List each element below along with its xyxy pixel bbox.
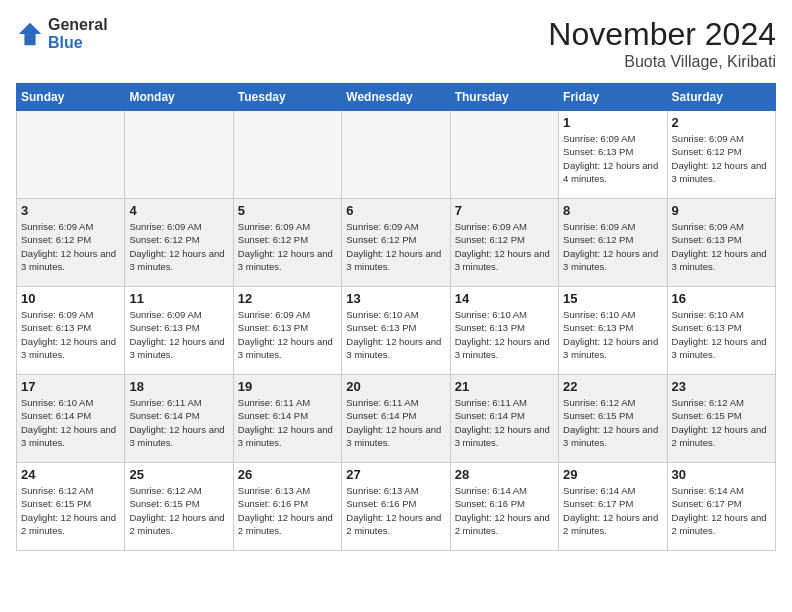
day-info: Sunrise: 6:09 AMSunset: 6:12 PMDaylight:… [129, 220, 228, 273]
calendar-day-cell [342, 111, 450, 199]
day-number: 4 [129, 203, 228, 218]
calendar-day-cell: 21Sunrise: 6:11 AMSunset: 6:14 PMDayligh… [450, 375, 558, 463]
svg-marker-0 [19, 22, 41, 44]
day-info: Sunrise: 6:11 AMSunset: 6:14 PMDaylight:… [129, 396, 228, 449]
calendar-day-cell: 9Sunrise: 6:09 AMSunset: 6:13 PMDaylight… [667, 199, 775, 287]
day-number: 7 [455, 203, 554, 218]
day-number: 13 [346, 291, 445, 306]
day-number: 28 [455, 467, 554, 482]
day-number: 30 [672, 467, 771, 482]
calendar-day-cell [233, 111, 341, 199]
day-number: 21 [455, 379, 554, 394]
location-title: Buota Village, Kiribati [548, 53, 776, 71]
day-number: 2 [672, 115, 771, 130]
calendar-day-cell: 6Sunrise: 6:09 AMSunset: 6:12 PMDaylight… [342, 199, 450, 287]
day-number: 24 [21, 467, 120, 482]
calendar-day-cell [17, 111, 125, 199]
calendar-day-cell: 1Sunrise: 6:09 AMSunset: 6:13 PMDaylight… [559, 111, 667, 199]
calendar-day-cell: 12Sunrise: 6:09 AMSunset: 6:13 PMDayligh… [233, 287, 341, 375]
calendar-day-cell: 16Sunrise: 6:10 AMSunset: 6:13 PMDayligh… [667, 287, 775, 375]
day-number: 29 [563, 467, 662, 482]
day-info: Sunrise: 6:09 AMSunset: 6:12 PMDaylight:… [21, 220, 120, 273]
weekday-header: Sunday [17, 84, 125, 111]
day-info: Sunrise: 6:10 AMSunset: 6:13 PMDaylight:… [346, 308, 445, 361]
day-info: Sunrise: 6:09 AMSunset: 6:12 PMDaylight:… [672, 132, 771, 185]
calendar-week-row: 3Sunrise: 6:09 AMSunset: 6:12 PMDaylight… [17, 199, 776, 287]
day-number: 25 [129, 467, 228, 482]
day-info: Sunrise: 6:12 AMSunset: 6:15 PMDaylight:… [563, 396, 662, 449]
calendar-week-row: 17Sunrise: 6:10 AMSunset: 6:14 PMDayligh… [17, 375, 776, 463]
day-info: Sunrise: 6:09 AMSunset: 6:13 PMDaylight:… [563, 132, 662, 185]
month-title: November 2024 [548, 16, 776, 53]
day-number: 18 [129, 379, 228, 394]
day-info: Sunrise: 6:13 AMSunset: 6:16 PMDaylight:… [238, 484, 337, 537]
weekday-header: Wednesday [342, 84, 450, 111]
calendar-day-cell: 18Sunrise: 6:11 AMSunset: 6:14 PMDayligh… [125, 375, 233, 463]
day-info: Sunrise: 6:12 AMSunset: 6:15 PMDaylight:… [21, 484, 120, 537]
day-info: Sunrise: 6:11 AMSunset: 6:14 PMDaylight:… [455, 396, 554, 449]
calendar-day-cell: 29Sunrise: 6:14 AMSunset: 6:17 PMDayligh… [559, 463, 667, 551]
weekday-header: Saturday [667, 84, 775, 111]
day-number: 20 [346, 379, 445, 394]
day-number: 11 [129, 291, 228, 306]
calendar-day-cell [450, 111, 558, 199]
calendar-day-cell: 24Sunrise: 6:12 AMSunset: 6:15 PMDayligh… [17, 463, 125, 551]
logo-general: General [48, 16, 108, 34]
day-number: 23 [672, 379, 771, 394]
day-info: Sunrise: 6:09 AMSunset: 6:13 PMDaylight:… [672, 220, 771, 273]
calendar-day-cell: 28Sunrise: 6:14 AMSunset: 6:16 PMDayligh… [450, 463, 558, 551]
day-info: Sunrise: 6:14 AMSunset: 6:17 PMDaylight:… [563, 484, 662, 537]
day-number: 1 [563, 115, 662, 130]
day-number: 8 [563, 203, 662, 218]
day-info: Sunrise: 6:09 AMSunset: 6:12 PMDaylight:… [563, 220, 662, 273]
page-header: General Blue November 2024 Buota Village… [16, 16, 776, 71]
logo: General Blue [16, 16, 108, 51]
day-number: 16 [672, 291, 771, 306]
title-block: November 2024 Buota Village, Kiribati [548, 16, 776, 71]
day-info: Sunrise: 6:10 AMSunset: 6:14 PMDaylight:… [21, 396, 120, 449]
calendar-day-cell: 19Sunrise: 6:11 AMSunset: 6:14 PMDayligh… [233, 375, 341, 463]
day-info: Sunrise: 6:11 AMSunset: 6:14 PMDaylight:… [346, 396, 445, 449]
calendar-day-cell: 8Sunrise: 6:09 AMSunset: 6:12 PMDaylight… [559, 199, 667, 287]
calendar-day-cell: 27Sunrise: 6:13 AMSunset: 6:16 PMDayligh… [342, 463, 450, 551]
calendar-header-row: SundayMondayTuesdayWednesdayThursdayFrid… [17, 84, 776, 111]
day-info: Sunrise: 6:13 AMSunset: 6:16 PMDaylight:… [346, 484, 445, 537]
day-number: 17 [21, 379, 120, 394]
calendar-week-row: 24Sunrise: 6:12 AMSunset: 6:15 PMDayligh… [17, 463, 776, 551]
calendar-day-cell: 5Sunrise: 6:09 AMSunset: 6:12 PMDaylight… [233, 199, 341, 287]
day-number: 14 [455, 291, 554, 306]
calendar-day-cell: 22Sunrise: 6:12 AMSunset: 6:15 PMDayligh… [559, 375, 667, 463]
day-number: 5 [238, 203, 337, 218]
weekday-header: Friday [559, 84, 667, 111]
day-info: Sunrise: 6:09 AMSunset: 6:13 PMDaylight:… [21, 308, 120, 361]
day-info: Sunrise: 6:12 AMSunset: 6:15 PMDaylight:… [129, 484, 228, 537]
day-info: Sunrise: 6:09 AMSunset: 6:12 PMDaylight:… [238, 220, 337, 273]
calendar-day-cell: 26Sunrise: 6:13 AMSunset: 6:16 PMDayligh… [233, 463, 341, 551]
logo-text: General Blue [48, 16, 108, 51]
weekday-header: Thursday [450, 84, 558, 111]
calendar-day-cell: 17Sunrise: 6:10 AMSunset: 6:14 PMDayligh… [17, 375, 125, 463]
day-info: Sunrise: 6:11 AMSunset: 6:14 PMDaylight:… [238, 396, 337, 449]
calendar-day-cell: 14Sunrise: 6:10 AMSunset: 6:13 PMDayligh… [450, 287, 558, 375]
day-info: Sunrise: 6:10 AMSunset: 6:13 PMDaylight:… [563, 308, 662, 361]
day-info: Sunrise: 6:14 AMSunset: 6:17 PMDaylight:… [672, 484, 771, 537]
calendar-day-cell: 23Sunrise: 6:12 AMSunset: 6:15 PMDayligh… [667, 375, 775, 463]
day-number: 19 [238, 379, 337, 394]
day-number: 6 [346, 203, 445, 218]
logo-icon [16, 20, 44, 48]
day-number: 9 [672, 203, 771, 218]
day-info: Sunrise: 6:09 AMSunset: 6:12 PMDaylight:… [455, 220, 554, 273]
day-number: 15 [563, 291, 662, 306]
weekday-header: Monday [125, 84, 233, 111]
calendar-day-cell: 15Sunrise: 6:10 AMSunset: 6:13 PMDayligh… [559, 287, 667, 375]
day-info: Sunrise: 6:12 AMSunset: 6:15 PMDaylight:… [672, 396, 771, 449]
calendar-week-row: 10Sunrise: 6:09 AMSunset: 6:13 PMDayligh… [17, 287, 776, 375]
day-number: 12 [238, 291, 337, 306]
weekday-header: Tuesday [233, 84, 341, 111]
day-number: 27 [346, 467, 445, 482]
day-number: 3 [21, 203, 120, 218]
calendar-day-cell: 3Sunrise: 6:09 AMSunset: 6:12 PMDaylight… [17, 199, 125, 287]
calendar-day-cell: 30Sunrise: 6:14 AMSunset: 6:17 PMDayligh… [667, 463, 775, 551]
calendar-day-cell: 10Sunrise: 6:09 AMSunset: 6:13 PMDayligh… [17, 287, 125, 375]
calendar-week-row: 1Sunrise: 6:09 AMSunset: 6:13 PMDaylight… [17, 111, 776, 199]
